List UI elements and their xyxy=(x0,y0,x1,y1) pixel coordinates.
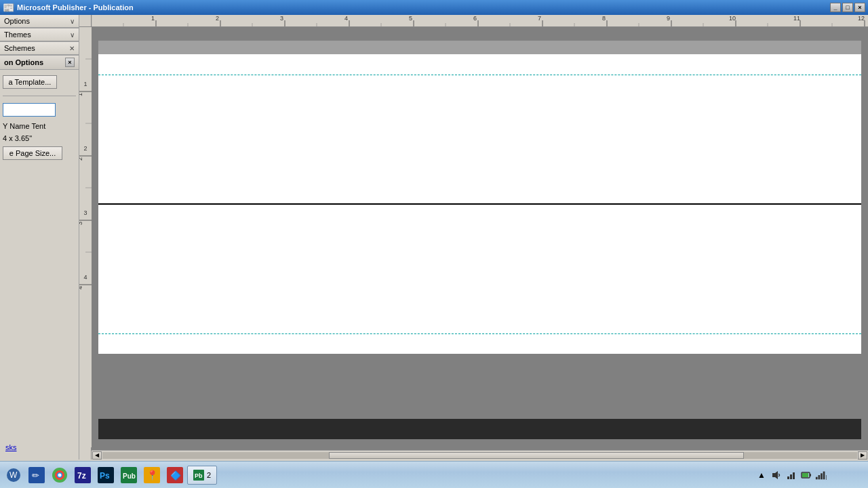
app-title: Microsoft Publisher - Publication xyxy=(17,3,134,12)
options-label: Options xyxy=(4,17,30,25)
svg-text:🔷: 🔷 xyxy=(170,470,182,481)
page-size-button[interactable]: e Page Size... xyxy=(3,146,62,160)
pub-options-panel: on Options × a Template... Y Name Tent 4… xyxy=(0,56,79,460)
svg-text:|: | xyxy=(825,474,827,480)
svg-rect-85 xyxy=(823,471,825,479)
taskbar-icon-photoshop[interactable]: Ps xyxy=(95,464,117,486)
scroll-track[interactable] xyxy=(102,452,857,459)
ruler-h-svg: 1 2 3 4 5 6 7 xyxy=(92,15,868,26)
active-app-button[interactable]: Pb 2 xyxy=(187,466,217,485)
active-app-icon: Pb xyxy=(193,470,204,481)
schemes-section: Schemes ✕ xyxy=(0,42,79,56)
svg-text:10: 10 xyxy=(729,15,736,22)
options-section: Options ∨ xyxy=(0,15,79,28)
template-input[interactable] xyxy=(3,103,56,117)
title-bar-left: 📰 Microsoft Publisher - Publication xyxy=(3,2,134,13)
svg-text:9: 9 xyxy=(667,15,670,22)
template-button[interactable]: a Template... xyxy=(3,75,57,89)
svg-rect-76 xyxy=(787,476,789,479)
themes-header[interactable]: Themes ∨ xyxy=(0,28,79,41)
svg-text:2: 2 xyxy=(79,157,83,161)
system-tray: ▲ xyxy=(755,464,868,486)
page-top xyxy=(98,54,861,203)
svg-text:4: 4 xyxy=(83,274,87,281)
ruler-v-svg: 1 2 3 4 1 2 3 4 xyxy=(79,27,92,447)
svg-rect-77 xyxy=(790,474,792,479)
svg-rect-78 xyxy=(793,472,795,479)
template-name-label: Y Name Tent xyxy=(3,122,76,130)
bottom-bar xyxy=(98,419,861,439)
taskbar-icon-extra[interactable]: 🔷 xyxy=(164,464,186,486)
svg-rect-84 xyxy=(821,473,823,479)
svg-point-62 xyxy=(58,473,62,476)
tray-signal-icon[interactable]: | xyxy=(815,469,827,481)
schemes-header[interactable]: Schemes ✕ xyxy=(0,42,79,55)
pub-options-content: a Template... Y Name Tent 4 x 3.65" e Pa… xyxy=(0,70,79,460)
taskbar-icon-1[interactable]: W xyxy=(3,464,24,486)
taskbar-icon-maps[interactable]: 📍 xyxy=(141,464,163,486)
taskbar-icons: W ✏ 7z Ps xyxy=(0,464,220,486)
scroll-thumb[interactable] xyxy=(329,452,744,459)
scroll-right-button[interactable]: ▶ xyxy=(858,451,867,460)
extra-icon: 🔷 xyxy=(167,467,183,483)
tray-network-icon[interactable] xyxy=(785,469,797,481)
tray-speaker-icon[interactable] xyxy=(770,469,783,481)
page-bottom xyxy=(98,205,861,354)
svg-text:3: 3 xyxy=(280,15,283,22)
canvas-content[interactable]: ◀ ▶ xyxy=(92,27,868,460)
taskbar-icon-7zip[interactable]: 7z xyxy=(72,464,94,486)
svg-rect-81 xyxy=(802,473,808,477)
ruler-vertical: 1 2 3 4 1 2 3 4 xyxy=(79,27,92,460)
scroll-left-button[interactable]: ◀ xyxy=(92,451,102,460)
ruler-horizontal: 1 2 3 4 5 6 7 xyxy=(92,15,868,26)
svg-text:Pub: Pub xyxy=(123,472,136,480)
horizontal-scrollbar[interactable]: ◀ ▶ xyxy=(92,450,868,460)
pen-icon: ✏ xyxy=(28,467,45,483)
battery-icon xyxy=(801,470,812,481)
options-header[interactable]: Options ∨ xyxy=(0,15,79,28)
svg-text:4: 4 xyxy=(344,15,348,22)
svg-text:3: 3 xyxy=(83,209,87,216)
time-display xyxy=(833,464,860,485)
guide-bottom xyxy=(98,333,861,334)
close-button[interactable]: × xyxy=(854,3,865,12)
guide-top xyxy=(98,75,861,75)
tasks-link[interactable]: sks xyxy=(3,441,76,454)
maps-icon: 📍 xyxy=(144,467,160,483)
taskbar-icon-2[interactable]: ✏ xyxy=(26,464,47,486)
svg-text:1: 1 xyxy=(151,15,155,22)
minimize-button[interactable]: _ xyxy=(830,3,841,12)
svg-text:3: 3 xyxy=(79,222,83,225)
svg-rect-80 xyxy=(810,474,811,476)
maximize-button[interactable]: □ xyxy=(842,3,853,12)
main-layout: Options ∨ Themes ∨ Schemes ✕ xyxy=(0,15,868,460)
active-app-label: 2 xyxy=(207,471,211,479)
schemes-label: Schemes xyxy=(4,44,35,52)
svg-text:8: 8 xyxy=(602,15,606,22)
pub-options-close-button[interactable]: × xyxy=(65,58,75,67)
themes-arrow-icon: ∨ xyxy=(70,31,75,39)
tray-expand-icon[interactable]: ▲ xyxy=(755,469,768,481)
tray-battery-icon[interactable] xyxy=(800,469,812,481)
options-arrow-icon: ∨ xyxy=(70,18,75,25)
canvas-area: 1 2 3 4 1 2 3 4 xyxy=(79,27,868,460)
app-window: 📰 Microsoft Publisher - Publication _ □ … xyxy=(0,0,868,460)
title-bar: 📰 Microsoft Publisher - Publication _ □ … xyxy=(0,0,868,15)
svg-text:11: 11 xyxy=(793,15,800,22)
svg-text:7z: 7z xyxy=(77,471,86,481)
signal-icon: | xyxy=(815,470,827,481)
svg-text:📍: 📍 xyxy=(146,470,159,481)
svg-rect-83 xyxy=(818,475,821,479)
svg-text:6: 6 xyxy=(473,15,477,22)
canvas-background xyxy=(98,41,861,439)
chrome-icon xyxy=(52,467,68,483)
header-label xyxy=(101,41,861,43)
right-content: 1 2 3 4 5 6 7 xyxy=(79,15,868,460)
svg-rect-82 xyxy=(816,476,818,479)
taskbar-icon-chrome[interactable] xyxy=(49,464,71,486)
taskbar-icon-pub[interactable]: Pub xyxy=(118,464,140,486)
svg-text:Pb: Pb xyxy=(195,472,203,479)
svg-text:12: 12 xyxy=(858,15,865,22)
svg-text:1: 1 xyxy=(79,93,83,96)
svg-text:Ps: Ps xyxy=(100,471,110,481)
